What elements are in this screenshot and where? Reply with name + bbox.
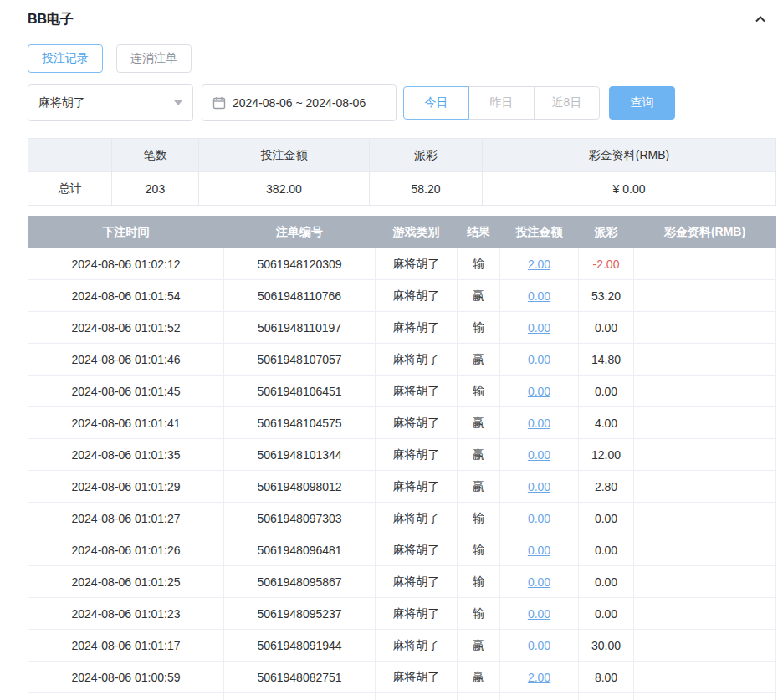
bet-amount-link[interactable]: 2.00 <box>528 258 550 271</box>
cell-payout: 0.00 <box>579 376 634 407</box>
summary-header-bet-amount: 投注金额 <box>199 139 370 172</box>
date-range-picker[interactable]: 2024-08-06 ~ 2024-08-06 <box>202 84 397 121</box>
cell-payout: 0.00 <box>579 503 634 534</box>
cell-bet-time: 2024-08-06 01:01:35 <box>28 439 224 471</box>
chevron-up-icon[interactable] <box>754 13 767 26</box>
cell-result: 赢 <box>458 630 500 662</box>
cell-order-number: 5061948106451 <box>224 376 376 407</box>
bet-amount-link[interactable]: 0.00 <box>528 416 550 430</box>
cell-game-category: 麻将胡了 <box>376 598 458 630</box>
cell-order-number: 5061948098012 <box>224 471 376 503</box>
cell-payout: 0.00 <box>579 534 634 566</box>
tab-cancelled-orders[interactable]: 连消注单 <box>116 44 192 73</box>
summary-total-row: 总计 203 382.00 58.20 ¥ 0.00 <box>28 172 776 206</box>
cell-order-number: 5061948101344 <box>224 439 376 471</box>
cell-bet-time: 2024-08-06 01:01:29 <box>28 471 224 503</box>
cell-result: 输 <box>458 566 500 598</box>
col-header-order-number: 注单编号 <box>224 217 376 248</box>
cell-bet-time: 2024-08-06 01:01:27 <box>28 503 224 534</box>
summary-total-bonus: ¥ 0.00 <box>483 172 776 206</box>
col-header-bonus: 彩金资料(RMB) <box>634 217 776 248</box>
cell-payout: 0.00 <box>579 566 634 598</box>
table-row: 2024-08-06 01:01:46 5061948107057 麻将胡了 赢… <box>28 344 776 376</box>
tab-bet-records[interactable]: 投注记录 <box>28 44 103 73</box>
bet-amount-link[interactable]: 0.00 <box>528 575 550 589</box>
cell-result: 输 <box>458 376 500 407</box>
chevron-down-icon <box>174 100 182 105</box>
cell-bonus <box>634 503 776 534</box>
cell-game-category: 麻将胡了 <box>376 662 458 693</box>
cell-payout: 30.00 <box>579 630 634 662</box>
bet-amount-link[interactable]: 0.00 <box>528 607 550 621</box>
col-header-payout: 派彩 <box>579 217 634 248</box>
last-8-days-button[interactable]: 近8日 <box>534 86 600 120</box>
quick-date-button-group: 今日 昨日 近8日 <box>403 86 600 120</box>
bet-amount-link[interactable]: 2.00 <box>528 671 550 684</box>
bet-amount-link[interactable]: 0.00 <box>528 512 550 525</box>
search-button[interactable]: 查询 <box>609 86 675 120</box>
bet-amount-link[interactable]: 0.00 <box>528 639 550 652</box>
page-title: BB电子 <box>28 11 74 28</box>
cell-bet-time: 2024-08-06 01:02:12 <box>28 248 224 280</box>
cell-game-category: 麻将胡了 <box>376 503 458 534</box>
cell-bonus <box>634 376 776 407</box>
cell-order-number: 5061948095867 <box>224 566 376 598</box>
table-row: 2024-08-06 01:02:12 5061948120309 麻将胡了 输… <box>28 248 776 280</box>
summary-total-payout: 58.20 <box>370 172 483 206</box>
table-row: 2024-08-06 01:01:27 5061948097303 麻将胡了 输… <box>28 503 776 534</box>
bet-records-panel: BB电子 投注记录 连消注单 麻将胡了 2024-08-06 ~ 2024-08… <box>0 0 783 700</box>
bet-amount-link[interactable]: 0.00 <box>528 353 550 366</box>
cell-result: 输 <box>458 534 500 566</box>
cell-order-number: 5061948107057 <box>224 344 376 376</box>
cell-bonus <box>634 662 776 693</box>
summary-total-count: 203 <box>112 172 199 206</box>
game-select[interactable]: 麻将胡了 <box>28 84 193 121</box>
summary-table: 笔数 投注金额 派彩 彩金资料(RMB) 总计 203 382.00 58.20… <box>28 138 776 206</box>
cell-bet-time: 2024-08-06 01:01:45 <box>28 376 224 407</box>
cell-payout: 0.00 <box>579 598 634 630</box>
cell-payout: 8.00 <box>579 662 634 693</box>
cell-payout: -2.00 <box>579 248 634 280</box>
summary-header-row: 笔数 投注金额 派彩 彩金资料(RMB) <box>28 139 776 172</box>
bet-amount-link[interactable]: 0.00 <box>528 544 550 557</box>
yesterday-button[interactable]: 昨日 <box>468 86 535 120</box>
table-row: 2024-08-06 01:01:45 5061948106451 麻将胡了 输… <box>28 376 776 407</box>
cell-bonus <box>634 566 776 598</box>
cell-result: 输 <box>458 248 500 280</box>
bet-amount-link[interactable]: 0.00 <box>528 448 550 462</box>
bet-amount-link[interactable]: 0.00 <box>528 321 550 335</box>
bet-amount-link[interactable]: 0.00 <box>528 289 550 303</box>
cell-bonus <box>634 693 776 700</box>
cell-order-number: 5061948120309 <box>224 248 376 280</box>
bet-amount-link[interactable]: 0.00 <box>528 385 550 398</box>
cell-result: 输 <box>458 598 500 630</box>
table-row: 2024-08-06 01:01:54 5061948110766 麻将胡了 赢… <box>28 280 776 312</box>
cell-bet-time: 2024-08-06 01:01:52 <box>28 312 224 344</box>
cell-result: 赢 <box>458 693 500 700</box>
cell-bet-time: 2024-08-06 01:01:46 <box>28 344 224 376</box>
table-row: 2024-08-06 01:00:59 5061948082751 麻将胡了 赢… <box>28 662 776 693</box>
cell-game-category: 麻将胡了 <box>376 312 458 344</box>
summary-header-blank <box>28 139 112 172</box>
cell-result: 赢 <box>458 407 500 439</box>
cell-bonus <box>634 407 776 439</box>
cell-result: 赢 <box>458 344 500 376</box>
date-range-value: 2024-08-06 ~ 2024-08-06 <box>233 96 366 110</box>
bet-table-header-row: 下注时间 注单编号 游戏类别 结果 投注金额 派彩 彩金资料(RMB) <box>28 217 776 248</box>
cell-bet-time: 2024-08-06 01:01:26 <box>28 534 224 566</box>
today-button[interactable]: 今日 <box>403 86 469 120</box>
cell-bet-time: 2024-08-06 01:01:54 <box>28 280 224 312</box>
cell-result: 赢 <box>458 280 500 312</box>
cell-bet-time: 2024-08-06 01:01:25 <box>28 566 224 598</box>
cell-payout: 2.80 <box>579 471 634 503</box>
table-row: 2024-08-06 01:01:23 5061948095237 麻将胡了 输… <box>28 598 776 630</box>
cell-payout: 4.00 <box>579 407 634 439</box>
bet-table: 下注时间 注单编号 游戏类别 结果 投注金额 派彩 彩金资料(RMB) 2024… <box>28 216 776 700</box>
cell-order-number: 5061948110197 <box>224 312 376 344</box>
col-header-bet-time: 下注时间 <box>28 217 224 248</box>
cell-result: 输 <box>458 312 500 344</box>
cell-bonus <box>634 439 776 471</box>
cell-game-category: 麻将胡了 <box>376 630 458 662</box>
bet-amount-link[interactable]: 0.00 <box>528 480 550 493</box>
cell-game-category: 麻将胡了 <box>376 534 458 566</box>
